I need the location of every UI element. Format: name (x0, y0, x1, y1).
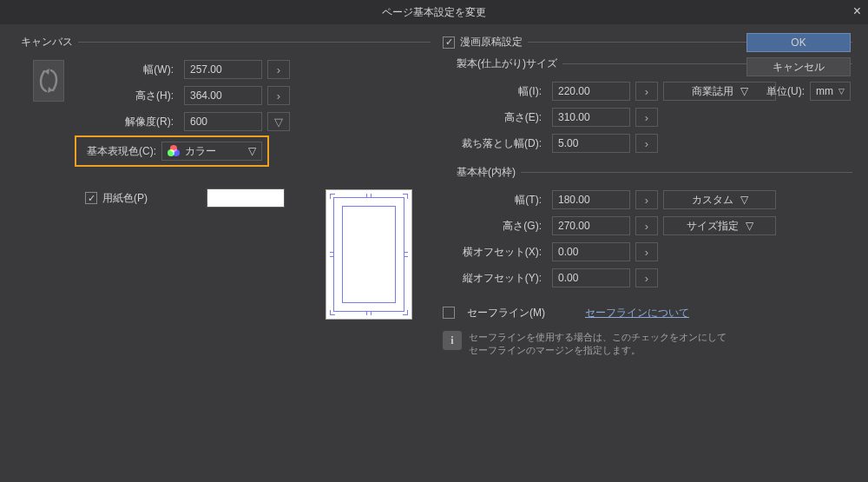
papercolor-label: 用紙色(P) (102, 191, 148, 206)
page-preview (326, 189, 412, 320)
binding-height-spinner[interactable]: › (635, 108, 658, 127)
height-input[interactable]: 364.00 (184, 86, 262, 105)
safeline-link[interactable]: セーフラインについて (585, 306, 689, 320)
unit-value: mm (816, 85, 833, 97)
bleed-label: 裁ち落とし幅(D): (451, 136, 547, 151)
chevron-down-icon: ▽ (746, 220, 753, 232)
frame-height-spinner[interactable]: › (635, 216, 658, 235)
svg-marker-1 (48, 87, 53, 93)
papercolor-checkbox[interactable] (85, 192, 97, 204)
binding-legend: 製本(仕上がり)サイズ (451, 56, 562, 71)
binding-width-input[interactable]: 220.00 (552, 82, 630, 101)
dialog-title: ページ基本設定を変更 (382, 5, 486, 20)
frame-legend: 基本枠(内枠) (451, 165, 521, 180)
ok-button[interactable]: OK (746, 33, 851, 52)
colormode-value: カラー (185, 144, 216, 159)
safeline-checkbox[interactable] (443, 307, 455, 319)
color-mode-select[interactable]: カラー ▽ (161, 142, 262, 161)
frame-width-spinner[interactable]: › (635, 190, 658, 209)
manga-legend: 漫画原稿設定 (437, 35, 528, 50)
frame-width-label: 幅(T): (451, 193, 547, 208)
width-label: 幅(W): (75, 63, 179, 77)
titlebar: ページ基本設定を変更 × (0, 0, 868, 24)
svg-marker-0 (44, 69, 49, 75)
xoffset-label: 横オフセット(X): (451, 245, 547, 260)
bleed-input[interactable]: 5.00 (552, 134, 630, 153)
width-spinner[interactable]: › (267, 60, 290, 79)
height-spinner[interactable]: › (267, 86, 290, 105)
yoffset-label: 縦オフセット(Y): (451, 271, 547, 286)
binding-height-input[interactable]: 310.00 (552, 108, 630, 127)
resolution-input[interactable]: 600 (184, 112, 262, 131)
size-spec-value: サイズ指定 (687, 219, 739, 234)
height-label: 高さ(H): (75, 89, 179, 103)
unit-select[interactable]: mm ▽ (810, 82, 851, 101)
info-icon: i (443, 331, 462, 350)
resolution-label: 解像度(R): (75, 115, 179, 129)
color-mode-highlight: 基本表現色(C): カラー ▽ (75, 135, 269, 167)
binding-height-label: 高さ(E): (451, 110, 547, 125)
resolution-dropdown[interactable]: ▽ (267, 112, 290, 131)
cancel-button[interactable]: キャンセル (746, 57, 851, 76)
frame-preset-select[interactable]: カスタム ▽ (663, 190, 776, 209)
xoffset-spinner[interactable]: › (635, 242, 658, 261)
binding-width-spinner[interactable]: › (635, 82, 658, 101)
frame-preset-value: カスタム (692, 193, 733, 208)
chevron-down-icon: ▽ (838, 87, 845, 96)
manga-enable-checkbox[interactable] (443, 36, 455, 49)
close-icon[interactable]: × (853, 3, 861, 19)
frame-height-input[interactable]: 270.00 (552, 216, 630, 235)
binding-preset-value: 商業誌用 (692, 84, 733, 99)
rgb-icon (168, 145, 180, 157)
safeline-label: セーフライン(M) (467, 306, 545, 320)
frame-width-input[interactable]: 180.00 (552, 190, 630, 209)
unit-label: 単位(U): (766, 84, 805, 99)
frame-height-label: 高さ(G): (451, 219, 547, 234)
colormode-label: 基本表現色(C): (82, 144, 161, 159)
size-spec-select[interactable]: サイズ指定 ▽ (663, 216, 776, 235)
canvas-legend: キャンバス (16, 35, 78, 50)
binding-width-label: 幅(I): (451, 84, 547, 99)
rotate-orientation-button[interactable] (33, 60, 64, 102)
yoffset-spinner[interactable]: › (635, 268, 658, 287)
xoffset-input[interactable]: 0.00 (552, 242, 630, 261)
bleed-spinner[interactable]: › (635, 134, 658, 153)
chevron-down-icon: ▽ (248, 145, 256, 157)
width-input[interactable]: 257.00 (184, 60, 262, 79)
yoffset-input[interactable]: 0.00 (552, 268, 630, 287)
manga-legend-text: 漫画原稿設定 (460, 35, 523, 50)
papercolor-swatch[interactable] (207, 188, 285, 208)
safeline-info: セーフラインを使用する場合は、このチェックをオンにして セーフラインのマージンを… (469, 331, 727, 358)
chevron-down-icon: ▽ (740, 194, 748, 206)
